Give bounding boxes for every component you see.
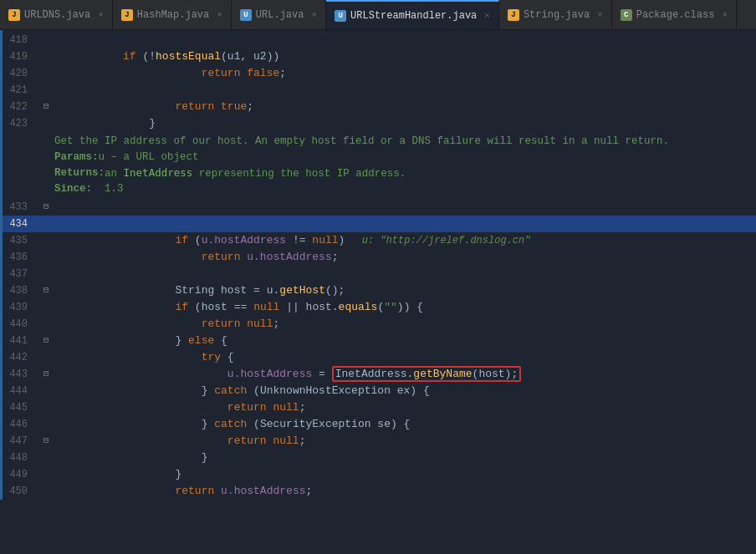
tab-package-label: Package.class <box>636 9 715 21</box>
line-443: 443 ⊟ } catch (UnknownHostException ex) … <box>3 366 756 383</box>
line-438: 438 ⊟ if (host == null || host.equals(""… <box>3 282 756 299</box>
line-418: 418 if (!hostsEqual(u1, u2)) <box>3 32 756 48</box>
editor-area: 418 if (!hostsEqual(u1, u2)) 419 return … <box>0 30 756 500</box>
tab-urldns[interactable]: J URLDNS.java × <box>0 0 113 30</box>
javadoc-block: Get the IP address of our host. An empty… <box>3 132 756 199</box>
line-439: 439 return null; <box>3 299 756 316</box>
fold-433[interactable]: ⊟ <box>38 199 54 216</box>
code-lines: 418 if (!hostsEqual(u1, u2)) 419 return … <box>3 30 756 500</box>
java-icon: J <box>8 9 20 21</box>
class-icon: C <box>621 9 632 21</box>
java-icon: J <box>121 9 133 21</box>
tab-hashmap[interactable]: J HashMap.java × <box>113 0 232 30</box>
line-434: 434 if (u.hostAddress != null) u: "http:… <box>3 216 756 232</box>
line-435: 435 return u.hostAddress; <box>3 232 756 249</box>
line-440: 440 } else { <box>3 316 756 333</box>
tab-bar: J URLDNS.java × J HashMap.java × U URL.j… <box>0 0 756 30</box>
tab-urlstreamhandler-label: URLStreamHandler.java <box>350 10 477 22</box>
tab-string-close[interactable]: × <box>597 10 603 20</box>
tab-urlstreamhandler[interactable]: U URLStreamHandler.java × <box>326 0 499 30</box>
java-urlsh-icon: U <box>335 10 346 22</box>
tab-url-label: URL.java <box>256 9 304 21</box>
line-446: 446 return null; <box>3 416 756 433</box>
line-450: 450 } <box>3 483 756 500</box>
doc-params: u – a URL object <box>99 150 199 165</box>
line-444: 444 return null; <box>3 383 756 399</box>
tab-hashmap-close[interactable]: × <box>217 10 222 20</box>
tab-package[interactable]: C Package.class × <box>612 0 737 30</box>
doc-since: 1.3 <box>92 181 124 197</box>
line-436: 436 <box>3 249 756 266</box>
tab-urlstreamhandler-close[interactable]: × <box>484 11 490 21</box>
line-419: 419 return false; <box>3 48 756 65</box>
tab-string-label: String.java <box>524 9 590 21</box>
tab-hashmap-label: HashMap.java <box>137 9 209 21</box>
tab-string[interactable]: J String.java × <box>499 0 612 30</box>
fold-447[interactable]: ⊟ <box>38 433 54 450</box>
doc-line-1: Get the IP address of our host. An empty… <box>54 134 669 150</box>
tab-urldns-close[interactable]: × <box>98 10 104 20</box>
fold-422[interactable]: ⊟ <box>38 99 54 115</box>
line-420: 420 <box>3 65 756 82</box>
java-url-icon: U <box>240 9 252 21</box>
line-422: 422 ⊟ } <box>3 99 756 115</box>
line-421: 421 return true; <box>3 82 756 99</box>
fold-443[interactable]: ⊟ <box>38 366 54 383</box>
line-437: 437 String host = u.getHost(); <box>3 266 756 282</box>
fold-438[interactable]: ⊟ <box>38 282 54 299</box>
tab-url[interactable]: U URL.java × <box>232 0 326 30</box>
tab-package-close[interactable]: × <box>722 10 728 20</box>
line-445: 445 } catch (SecurityException se) { <box>3 399 756 416</box>
line-441: 441 ⊟ try { <box>3 333 756 349</box>
line-447: 447 ⊟ } <box>3 433 756 450</box>
line-433: 433 ⊟ protected synchronized InetAddress… <box>3 199 756 216</box>
line-448: 448 } <box>3 450 756 466</box>
tab-url-close[interactable]: × <box>311 10 317 20</box>
line-449: 449 return u.hostAddress; <box>3 466 756 483</box>
doc-returns: an InetAddress representing the host IP … <box>105 165 406 182</box>
string-java-icon: J <box>508 9 519 21</box>
fold-441[interactable]: ⊟ <box>38 333 54 349</box>
tab-urldns-label: URLDNS.java <box>24 9 90 21</box>
line-423: 423 <box>3 115 756 132</box>
line-442: 442 u.hostAddress = InetAddress.getByNam… <box>3 349 756 366</box>
